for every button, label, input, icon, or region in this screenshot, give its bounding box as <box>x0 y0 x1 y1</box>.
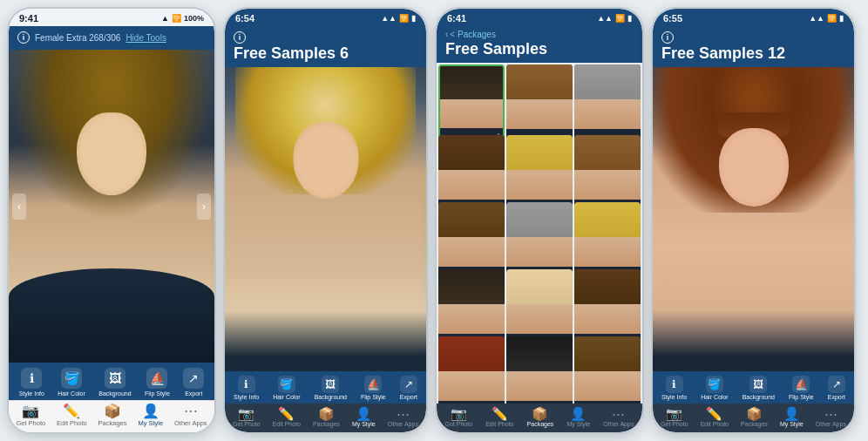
phone-4-screen: 6:55 ▲▲ 🛜 ▮ i Free Samples 12 ℹ Style In… <box>653 9 854 432</box>
grid-hair-2 <box>506 64 573 99</box>
edit-photo-nav-3[interactable]: ✏️ Edit Photo <box>485 407 513 427</box>
hair-color-btn[interactable]: 🪣 Hair Color <box>58 368 85 397</box>
app-header-4: i Free Samples 12 <box>653 26 854 67</box>
export-btn-1[interactable]: ↗ Export <box>183 368 204 397</box>
other-apps-nav-3[interactable]: ⋯ Other Apps <box>603 407 634 427</box>
export-icon-1: ↗ <box>183 368 204 389</box>
grid-face-14 <box>506 336 573 404</box>
packages-nav-3[interactable]: 📦 Packages <box>527 407 554 427</box>
header-title-3: Free Samples <box>445 41 634 58</box>
background-label-2: Background <box>315 394 347 400</box>
background-btn-2[interactable]: 🖼 Background <box>315 376 347 400</box>
p4-face <box>719 128 789 207</box>
flip-style-btn-4[interactable]: ⛵ Flip Style <box>789 376 814 400</box>
grid-hair-13 <box>438 336 505 371</box>
toolbar-4: ℹ Style Info 🪣 Hair Color 🖼 Background ⛵… <box>653 371 854 404</box>
packages-nav-2[interactable]: 📦 Packages <box>313 407 340 427</box>
grid-cell-14[interactable]: 14 <box>506 336 573 404</box>
grid-cell-8[interactable]: 8 <box>506 202 573 280</box>
info-icon-2[interactable]: i <box>234 31 246 44</box>
my-style-nav-2[interactable]: 👤 My Style <box>352 407 376 427</box>
packages-nav[interactable]: 📦 Packages <box>98 404 127 427</box>
packages-label-2: Packages <box>313 421 340 427</box>
grid-cell-10[interactable]: 10 <box>438 269 505 347</box>
get-photo-icon-4: 📷 <box>666 407 682 420</box>
export-label-4: Export <box>828 394 845 400</box>
hair-color-btn-4[interactable]: 🪣 Hair Color <box>701 376 729 400</box>
get-photo-nav-2[interactable]: 📷 Get Photo <box>233 407 261 427</box>
grid-hair-9 <box>574 202 641 237</box>
export-btn-4[interactable]: ↗ Export <box>828 376 845 400</box>
my-style-nav[interactable]: 👤 My Style <box>138 404 163 427</box>
status-icons-3: ▲▲ 🛜 ▮ <box>597 14 632 23</box>
info-icon-4[interactable]: i <box>661 31 674 44</box>
other-apps-label-2: Other Apps <box>388 421 418 427</box>
got-photo-nav[interactable]: 📷 Got Photo <box>445 407 473 427</box>
other-apps-label-4: Other Apps <box>816 421 846 427</box>
background-btn-4[interactable]: 🖼 Background <box>743 376 775 400</box>
background-btn[interactable]: 🖼 Background <box>98 368 131 397</box>
edit-photo-nav[interactable]: ✏️ Edit Photo <box>57 404 87 427</box>
edit-photo-icon-3: ✏️ <box>492 407 508 420</box>
style-info-btn-2[interactable]: ℹ Style Info <box>234 376 259 400</box>
flip-style-btn[interactable]: ⛵ Flip Style <box>145 368 170 397</box>
grid-cell-6[interactable]: 6 <box>574 135 641 213</box>
grid-face-area-4 <box>438 170 505 200</box>
style-info-btn-4[interactable]: ℹ Style Info <box>661 376 687 400</box>
header-row1-4: i <box>661 31 845 44</box>
grid-cell-11[interactable]: 11 <box>506 269 573 347</box>
hair-color-icon-2: 🪣 <box>278 376 295 393</box>
packages-nav-4[interactable]: 📦 Packages <box>741 407 768 427</box>
hair-color-btn-2[interactable]: 🪣 Hair Color <box>273 376 301 400</box>
flip-style-icon: ⛵ <box>146 368 167 389</box>
grid-cell-13[interactable]: 13 <box>438 336 505 404</box>
nav-arrow-right[interactable]: › <box>197 193 211 220</box>
get-photo-nav[interactable]: 📷 Get Photo <box>16 404 45 427</box>
info-icon-1[interactable]: i <box>17 31 30 44</box>
background-label: Background <box>98 390 131 397</box>
hair-color-label: Hair Color <box>58 390 85 397</box>
grid-cell-12[interactable]: 12 <box>574 269 641 347</box>
my-style-nav-3[interactable]: 👤 My Style <box>566 407 590 427</box>
edit-photo-nav-2[interactable]: ✏️ Edit Photo <box>273 407 301 427</box>
get-photo-label-2: Get Photo <box>233 421 261 427</box>
export-btn-2[interactable]: ↗ Export <box>400 376 417 400</box>
grid-face-area-8 <box>506 237 573 267</box>
style-info-icon-4: ℹ <box>666 376 683 393</box>
nav-arrow-left[interactable]: ‹ <box>12 193 26 220</box>
hide-tools-btn[interactable]: Hide Tools <box>125 33 166 43</box>
grid-face-area-14 <box>506 371 573 401</box>
wifi-icon-1: 🛜 <box>172 14 181 23</box>
grid-hair-10 <box>438 269 505 304</box>
grid-cell-5[interactable]: 5 <box>506 135 573 213</box>
wifi-4: 🛜 <box>827 14 837 23</box>
back-btn-3[interactable]: ‹ < Packages <box>445 30 634 39</box>
grid-face-area-3 <box>574 99 641 129</box>
get-photo-nav-4[interactable]: 📷 Get Photo <box>661 407 688 427</box>
packages-icon-2: 📦 <box>318 407 335 420</box>
other-apps-nav-4[interactable]: ⋯ Other Apps <box>816 407 846 427</box>
face-1 <box>77 112 146 195</box>
status-icons-2: ▲▲ 🛜 ▮ <box>381 14 416 23</box>
other-apps-nav-2[interactable]: ⋯ Other Apps <box>388 407 418 427</box>
grid-hair-5 <box>506 135 573 170</box>
flip-style-btn-2[interactable]: ⛵ Flip Style <box>361 376 386 400</box>
grid-cell-4[interactable]: 4 <box>438 135 505 213</box>
grid-face-2 <box>506 64 573 142</box>
grid-cell-9[interactable]: 9 <box>574 202 641 280</box>
grid-cell-1[interactable]: 1 <box>438 64 505 142</box>
my-style-nav-4[interactable]: 👤 My Style <box>780 407 804 427</box>
grid-cell-3[interactable]: 3 <box>574 64 641 142</box>
style-info-btn[interactable]: ℹ Style Info <box>19 368 44 397</box>
export-icon-2: ↗ <box>400 376 417 393</box>
other-apps-nav[interactable]: ⋯ Other Apps <box>174 404 207 427</box>
battery-4: ▮ <box>839 14 844 23</box>
grid-cell-7[interactable]: 7 <box>438 202 505 280</box>
edit-photo-nav-4[interactable]: ✏️ Edit Photo <box>701 407 729 427</box>
grid-cell-2[interactable]: 2 <box>506 64 573 142</box>
sample-face-2 <box>293 122 358 199</box>
other-apps-label: Other Apps <box>174 419 207 427</box>
status-icons-4: ▲▲ 🛜 ▮ <box>809 14 844 23</box>
toolbar-1: ℹ Style Info 🪣 Hair Color 🖼 Background ⛵… <box>9 363 214 400</box>
grid-cell-15[interactable]: 15 <box>574 336 641 404</box>
